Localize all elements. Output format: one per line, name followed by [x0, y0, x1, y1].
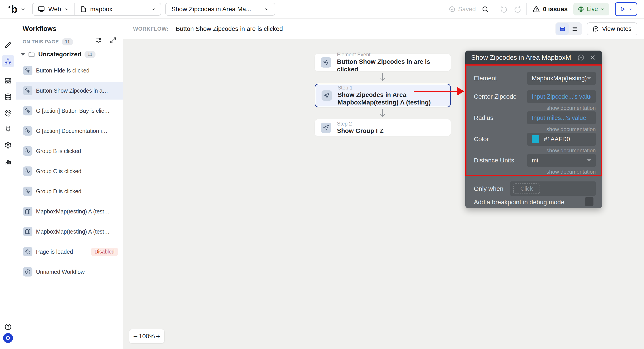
step-node-selected[interactable]: Step 1 Show Zipcodes in Area MapboxMap(t…: [314, 84, 451, 107]
chevron-down-icon: [600, 7, 605, 11]
chevron-down-icon: [629, 7, 633, 11]
saved-status: Saved: [449, 6, 476, 13]
show-documentation-link[interactable]: show documentation: [546, 169, 596, 175]
breakpoint-checkbox[interactable]: [585, 197, 594, 206]
environment-dropdown[interactable]: Live: [573, 3, 609, 16]
map-icon: [23, 207, 32, 216]
event-node[interactable]: Element Event Button Show Zipcodes in ar…: [314, 54, 451, 71]
workflow-title: Button Show Zipcodes in are is clicked: [176, 25, 283, 33]
saved-label: Saved: [458, 6, 476, 13]
center-zipcode-expression[interactable]: Input Zipcode...'s value: [527, 90, 596, 103]
workflow-list-item[interactable]: G [action] Button Buy is clicked: [16, 102, 123, 120]
note-bubble-icon[interactable]: [577, 54, 584, 61]
element-dropdown[interactable]: MapboxMap(testing) A: [527, 72, 596, 85]
flow-arrow-down-icon: [378, 108, 387, 119]
rail-item-design[interactable]: [2, 39, 14, 51]
workflow-list-item[interactable]: G [action] Documentation is click...: [16, 122, 123, 140]
section-count-badge: 11: [62, 38, 73, 46]
zoom-out-button[interactable]: −: [133, 332, 138, 340]
plug-icon: [4, 126, 12, 133]
folder-name: Uncategorized: [38, 51, 82, 58]
platform-dropdown[interactable]: Web: [33, 3, 74, 15]
workflow-list-item[interactable]: Page is loaded Disabled: [16, 243, 123, 261]
workflow-list-item[interactable]: Group C is clicked: [16, 162, 123, 180]
node-title: Show Zipcodes in Area MapboxMap(testing)…: [338, 91, 444, 106]
chevron-down-icon: [20, 7, 26, 12]
distance-units-dropdown[interactable]: mi: [527, 154, 596, 167]
note-bubble-icon: [592, 26, 599, 32]
list-view-button[interactable]: [569, 23, 581, 35]
bubble-logo-menu[interactable]: b: [8, 4, 26, 14]
rail-item-help[interactable]: [2, 320, 14, 333]
cursor-click-icon: [321, 57, 331, 68]
page-dropdown[interactable]: mapbox: [75, 3, 161, 15]
show-documentation-link[interactable]: show documentation: [546, 147, 596, 154]
filter-sliders-icon[interactable]: [96, 37, 102, 44]
workflow-canvas[interactable]: Element Event Button Show Zipcodes in ar…: [123, 39, 644, 349]
workflow-header: WORKFLOW: Button Show Zipcodes in are is…: [123, 19, 644, 39]
zoom-level: 100%: [139, 333, 155, 340]
on-this-page-section: ON THIS PAGE 11: [22, 38, 73, 46]
play-icon: [620, 6, 626, 12]
platform-label: Web: [48, 6, 61, 13]
sidebar-title: Workflows: [22, 25, 56, 33]
rail-item-data[interactable]: [2, 91, 14, 103]
chevron-down-icon: [587, 77, 591, 80]
cursor-icon: [321, 123, 331, 133]
rail-item-plugins[interactable]: [2, 123, 14, 135]
rail-item-styles[interactable]: [2, 107, 14, 119]
undo-icon[interactable]: [501, 6, 508, 13]
page-load-spinner-icon: [23, 247, 32, 256]
issues-label: 0 issues: [543, 6, 568, 13]
workflow-list-item[interactable]: MapboxMap(testing) A (testing) ...: [16, 202, 123, 220]
bubble-editor: b Web mapbox Show: [0, 0, 644, 349]
cursor-click-icon: [23, 166, 32, 176]
workflow-list-item[interactable]: MapboxMap(testing) A (testing) ...: [16, 223, 123, 240]
close-icon[interactable]: [590, 54, 596, 61]
color-picker-field[interactable]: #1AAFD0: [527, 133, 596, 146]
rail-item-settings[interactable]: [2, 139, 14, 151]
workflow-list-item[interactable]: Unnamed Workflow: [16, 263, 123, 281]
redo-icon[interactable]: [514, 6, 520, 13]
divider: [526, 3, 527, 15]
step-node[interactable]: Step 2 Show Group FZ: [314, 119, 451, 136]
expand-icon[interactable]: [110, 37, 116, 44]
cursor-click-icon: [23, 146, 32, 156]
show-documentation-link[interactable]: show documentation: [546, 105, 596, 111]
workflow-list-item[interactable]: Button Hide is clicked: [16, 62, 123, 79]
workflow-selector-dropdown[interactable]: Show Zipcodes in Area Ma...: [165, 3, 275, 16]
only-when-label: Only when: [474, 185, 503, 192]
zoom-in-button[interactable]: +: [156, 332, 160, 340]
rail-item-logs[interactable]: [2, 155, 14, 168]
card-view-button[interactable]: [556, 23, 569, 35]
top-bar-right: Saved 0 issues: [449, 2, 637, 16]
workflow-list-item[interactable]: Group B is clicked: [16, 142, 123, 160]
folder-uncategorized[interactable]: Uncategorized 11: [21, 51, 96, 58]
color-label: Color: [474, 136, 489, 143]
show-documentation-link[interactable]: show documentation: [546, 126, 596, 132]
rail-item-components[interactable]: [2, 75, 14, 87]
page-label: mapbox: [90, 6, 112, 13]
chevron-down-icon: [587, 159, 591, 162]
annotation-arrow: [414, 91, 458, 92]
user-avatar[interactable]: O: [3, 333, 13, 343]
caret-down-icon: [21, 53, 25, 56]
plus-circle-icon: [23, 267, 32, 276]
only-when-field[interactable]: Click: [510, 181, 596, 196]
workflow-list-item[interactable]: Group D is clicked: [16, 182, 123, 200]
center-zipcode-label: Center Zipcode: [474, 93, 516, 100]
rail-item-workflows[interactable]: [2, 55, 14, 67]
palette-icon: [4, 109, 12, 117]
workflow-list-item-selected[interactable]: Button Show Zipcodes in are is cl...: [16, 82, 123, 100]
panel-title: Show Zipcodes in Area MapboxM: [471, 54, 571, 61]
node-kind-label: Element Event: [337, 52, 444, 58]
search-button[interactable]: [482, 6, 489, 13]
panel-header[interactable]: Show Zipcodes in Area MapboxM: [465, 51, 602, 65]
view-notes-button[interactable]: View notes: [587, 22, 637, 35]
workflow-icon: [4, 58, 12, 65]
node-title: Button Show Zipcodes in are is clicked: [337, 58, 444, 73]
issues-indicator[interactable]: 0 issues: [533, 6, 568, 13]
card-view-icon: [559, 26, 566, 32]
preview-button[interactable]: [615, 2, 637, 16]
radius-expression[interactable]: Input miles...'s value: [527, 111, 596, 124]
